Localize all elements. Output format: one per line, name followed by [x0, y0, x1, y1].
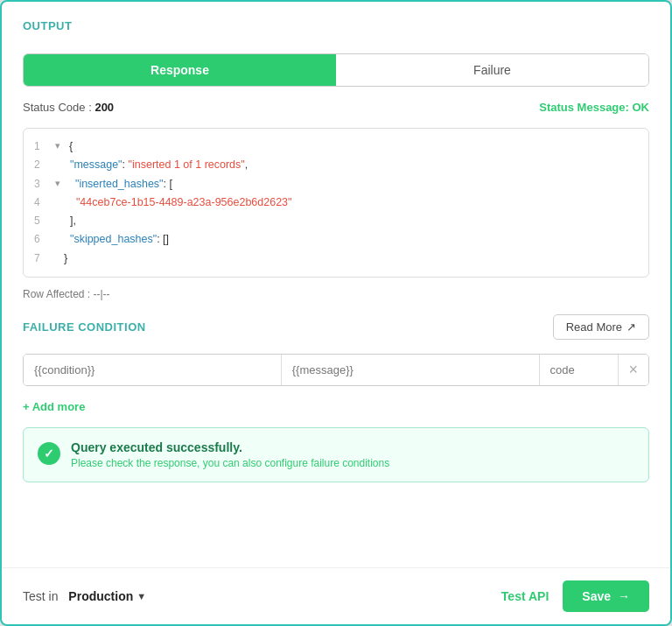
test-in-section: Test in Production ▼	[23, 589, 146, 603]
code-input[interactable]	[540, 355, 619, 385]
add-more-button[interactable]: + Add more	[23, 400, 85, 413]
add-more-row: + Add more	[23, 400, 649, 413]
save-arrow-icon: →	[618, 589, 630, 603]
failure-condition-section: FAILURE CONDITION Read More ↗	[23, 314, 649, 340]
code-line-1: 1 ▾ {	[34, 137, 638, 156]
status-message-section: Status Message: OK	[539, 101, 649, 114]
main-container: OUTPUT Response Failure Status Code : 20…	[0, 0, 672, 626]
row-affected-value: --|--	[94, 288, 110, 300]
code-line-7: 7 }	[34, 250, 638, 268]
dropdown-arrow-icon[interactable]: ▼	[136, 591, 146, 601]
test-api-button[interactable]: Test API	[501, 589, 549, 603]
message-input[interactable]	[282, 355, 540, 385]
footer: Test in Production ▼ Test API Save →	[2, 567, 670, 624]
code-line-2: 2 "message": "inserted 1 of 1 records",	[34, 156, 638, 174]
test-in-label: Test in	[23, 589, 58, 603]
tabs-row: Response Failure	[23, 53, 649, 87]
output-title: OUTPUT	[23, 19, 649, 32]
save-button[interactable]: Save →	[563, 580, 649, 612]
code-line-5: 5 ],	[34, 212, 638, 230]
success-text-block: Query executed successfully. Please chec…	[71, 440, 389, 469]
success-banner: Query executed successfully. Please chec…	[23, 427, 649, 482]
read-more-button[interactable]: Read More ↗	[553, 314, 649, 340]
main-content: OUTPUT Response Failure Status Code : 20…	[2, 2, 670, 567]
row-affected: Row Affected : --|--	[23, 288, 649, 300]
row-affected-label: Row Affected :	[23, 288, 90, 300]
environment-label[interactable]: Production	[68, 589, 133, 603]
status-code-section: Status Code : 200	[23, 101, 114, 114]
tab-failure[interactable]: Failure	[336, 54, 648, 86]
save-label: Save	[582, 589, 611, 603]
code-block: 1 ▾ { 2 "message": "inserted 1 of 1 reco…	[23, 128, 649, 278]
success-title: Query executed successfully.	[71, 440, 389, 454]
status-code-value: 200	[94, 101, 114, 114]
code-line-6: 6 "skipped_hashes": []	[34, 230, 638, 249]
external-link-icon: ↗	[626, 320, 636, 334]
code-line-3: 3 ▾ "inserted_hashes": [	[34, 175, 638, 193]
footer-right: Test API Save →	[501, 580, 649, 612]
failure-inputs-row: ×	[23, 354, 649, 386]
success-icon	[38, 442, 60, 465]
condition-input[interactable]	[24, 355, 282, 385]
success-subtitle: Please check the response, you can also …	[71, 457, 389, 469]
read-more-label: Read More	[566, 320, 622, 334]
remove-row-button[interactable]: ×	[619, 355, 649, 385]
status-message-label: Status Message:	[539, 101, 629, 114]
status-code-label: Status Code :	[23, 101, 92, 114]
code-line-4: 4 "44ceb7ce-1b15-4489-a23a-956e2b6d2623"	[34, 193, 638, 212]
failure-condition-title: FAILURE CONDITION	[23, 320, 146, 334]
tab-response[interactable]: Response	[24, 54, 336, 86]
status-row: Status Code : 200 Status Message: OK	[23, 101, 649, 114]
status-message-value: OK	[633, 101, 650, 114]
